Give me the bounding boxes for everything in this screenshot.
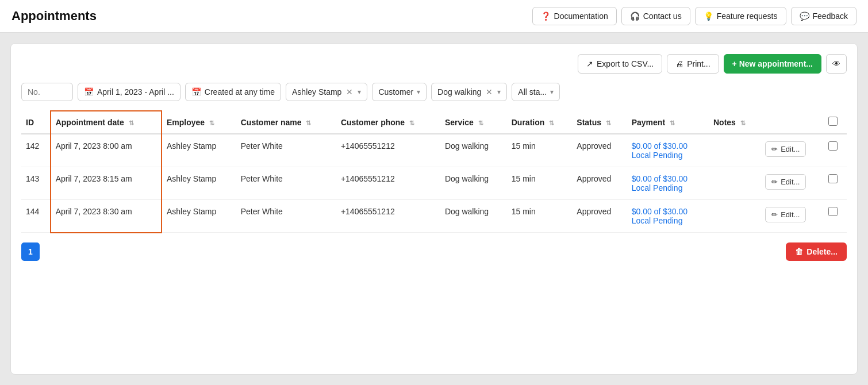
employee-chevron-icon: ▾ [358,88,361,96]
customer-type-filter[interactable]: Customer ▾ [372,83,427,101]
feedback-label: Feedback [813,11,848,21]
row-customer-name: Peter White [236,167,336,200]
contact-label: Contact us [643,11,682,21]
notes-column-header: Notes ⇅ [709,111,761,134]
service-filter[interactable]: Dog walking ✕ ▾ [431,83,507,101]
row-notes [709,200,761,233]
page-1-button[interactable]: 1 [21,242,40,261]
row-employee: Ashley Stamp [162,134,236,167]
feedback-button[interactable]: 💬 Feedback [791,7,857,25]
row-select-checkbox[interactable] [828,141,838,151]
customer-name-sort-icon: ⇅ [306,120,311,127]
date-range-filter[interactable]: 📅 April 1, 2023 - April ... [78,83,180,101]
row-service: Dog walking [440,200,507,233]
contact-icon: 🎧 [630,11,640,21]
edit-button[interactable]: ✏ Edit... [765,174,806,190]
created-calendar-icon: 📅 [191,87,201,97]
export-csv-button[interactable]: ↗ Export to CSV... [578,54,662,74]
created-at-filter[interactable]: 📅 Created at any time [185,83,281,101]
payment-sort-icon: ⇅ [670,120,675,127]
appointment-date-column-header[interactable]: Appointment date ⇅ [51,111,162,134]
documentation-label: Documentation [554,11,608,21]
row-employee: Ashley Stamp [162,200,236,233]
row-checkbox-cell [824,134,847,167]
toolbar: ↗ Export to CSV... 🖨 Print... + New appo… [21,54,847,74]
pagination: 1 🗑 Delete... [21,242,847,261]
sort-icon: ⇅ [129,120,134,127]
edit-button[interactable]: ✏ Edit... [765,141,806,157]
row-customer-name: Peter White [236,200,336,233]
status-column-header: Status ⇅ [572,111,627,134]
row-appointment-date: April 7, 2023 8:00 am [51,134,162,167]
row-checkbox-cell [824,200,847,233]
documentation-icon: ❓ [541,11,551,21]
customer-phone-column-header: Customer phone ⇅ [336,111,440,134]
delete-button[interactable]: 🗑 Delete... [786,242,847,261]
row-payment: $0.00 of $30.00 Local Pending [627,134,709,167]
trash-icon: 🗑 [795,247,803,256]
select-all-checkbox[interactable] [828,117,838,126]
service-chevron-icon: ▾ [497,88,501,96]
select-all-column-header [824,111,847,134]
table-row: 143 April 7, 2023 8:15 am Ashley Stamp P… [21,167,847,200]
row-select-checkbox[interactable] [828,174,838,183]
row-customer-phone: +14065551212 [336,200,440,233]
feature-requests-button[interactable]: 💡 Feature requests [695,7,786,25]
export-label: Export to CSV... [597,59,654,68]
status-sort-icon: ⇅ [606,120,611,127]
row-duration: 15 min [507,134,573,167]
status-filter[interactable]: All sta... ▾ [512,83,560,101]
new-appointment-label: + New appointment... [732,59,813,68]
payment-column-header: Payment ⇅ [627,111,709,134]
employee-filter[interactable]: Ashley Stamp ✕ ▾ [286,83,367,101]
table-row: 142 April 7, 2023 8:00 am Ashley Stamp P… [21,134,847,167]
service-column-header: Service ⇅ [440,111,507,134]
new-appointment-button[interactable]: + New appointment... [724,54,821,74]
service-filter-label: Dog walking [437,87,481,97]
print-button[interactable]: 🖨 Print... [667,54,719,74]
view-toggle-button[interactable]: 👁 [826,54,847,74]
row-status: Approved [572,134,627,167]
row-customer-phone: +14065551212 [336,167,440,200]
contact-us-button[interactable]: 🎧 Contact us [621,7,690,25]
delete-label: Delete... [806,247,838,256]
row-id: 142 [21,134,51,167]
service-sort-icon: ⇅ [478,120,483,127]
payment-amount: $0.00 of $30.00 [632,207,704,216]
payment-amount: $0.00 of $30.00 [632,174,704,183]
number-filter-input[interactable] [21,83,73,101]
row-notes [709,134,761,167]
eye-icon: 👁 [832,59,840,68]
export-icon: ↗ [586,59,593,68]
customer-type-label: Customer [378,87,413,97]
row-customer-phone: +14065551212 [336,134,440,167]
service-clear-icon[interactable]: ✕ [485,87,494,97]
feature-icon: 💡 [704,11,713,21]
row-duration: 15 min [507,200,573,233]
row-select-checkbox[interactable] [828,207,838,216]
payment-status: Local Pending [632,151,704,160]
row-duration: 15 min [507,167,573,200]
row-employee: Ashley Stamp [162,167,236,200]
row-customer-name: Peter White [236,134,336,167]
edit-label: Edit... [781,210,800,219]
employee-clear-icon[interactable]: ✕ [345,87,354,97]
row-status: Approved [572,167,627,200]
main-content: ↗ Export to CSV... 🖨 Print... + New appo… [10,43,858,375]
notes-sort-icon: ⇅ [740,120,746,127]
row-appointment-date: April 7, 2023 8:30 am [51,200,162,233]
customer-name-column-header: Customer name ⇅ [236,111,336,134]
payment-amount: $0.00 of $30.00 [632,141,704,151]
actions-column-header [761,111,824,134]
employee-sort-icon: ⇅ [209,120,214,127]
status-filter-label: All sta... [518,87,547,97]
documentation-button[interactable]: ❓ Documentation [532,7,617,25]
feedback-icon: 💬 [800,11,809,21]
table-row: 144 April 7, 2023 8:30 am Ashley Stamp P… [21,200,847,233]
edit-button[interactable]: ✏ Edit... [765,207,806,222]
payment-status: Local Pending [632,183,704,192]
status-chevron-icon: ▾ [550,88,554,96]
row-actions: ✏ Edit... [761,200,824,233]
duration-sort-icon: ⇅ [549,120,554,127]
row-appointment-date: April 7, 2023 8:15 am [51,167,162,200]
